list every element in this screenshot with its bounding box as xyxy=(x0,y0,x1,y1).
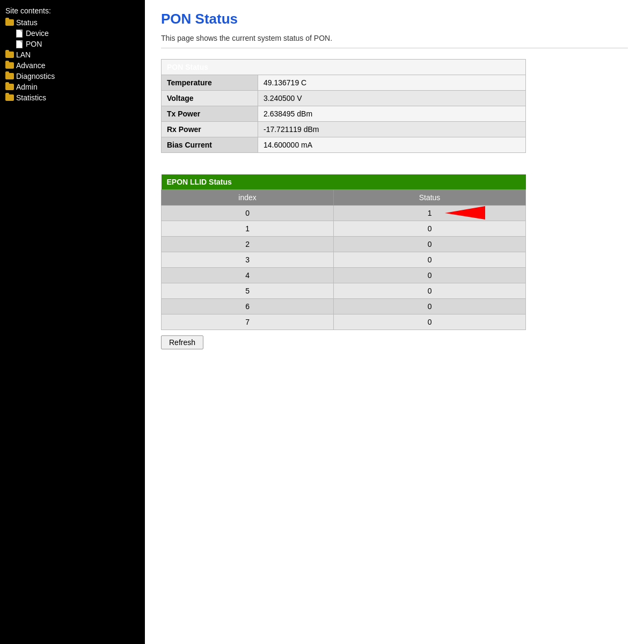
llid-status: 1 xyxy=(334,206,526,221)
epon-llid-header: EPON LLID Status xyxy=(162,174,526,190)
folder-icon xyxy=(5,73,14,79)
page-icon xyxy=(16,40,23,48)
sidebar-title: Site contents: xyxy=(0,4,145,17)
col-status-header: Status xyxy=(334,190,526,206)
row-label: Voltage xyxy=(162,91,258,106)
llid-index: 3 xyxy=(162,252,334,268)
main-content: PON Status This page shows the current s… xyxy=(145,0,644,644)
llid-status: 0 xyxy=(334,252,526,268)
svg-marker-0 xyxy=(445,206,485,219)
pon-status-table: PON Status Temperature49.136719 CVoltage… xyxy=(161,59,526,153)
folder-icon xyxy=(5,94,14,101)
llid-index: 2 xyxy=(162,237,334,252)
row-value: 14.600000 mA xyxy=(258,137,526,153)
page-title: PON Status xyxy=(161,11,628,27)
llid-index: 5 xyxy=(162,283,334,299)
table-row: Voltage3.240500 V xyxy=(162,91,526,106)
sidebar-item-status[interactable]: Status xyxy=(0,17,145,28)
sidebar-item-label: PON xyxy=(26,40,42,48)
sidebar-item-label: Admin xyxy=(16,83,38,91)
row-value: 2.638495 dBm xyxy=(258,106,526,122)
row-value: 49.136719 C xyxy=(258,75,526,91)
llid-status: 0 xyxy=(334,283,526,299)
table-row: Bias Current14.600000 mA xyxy=(162,137,526,153)
llid-status: 0 xyxy=(334,221,526,237)
llid-index: 0 xyxy=(162,206,334,221)
sidebar-item-label: Statistics xyxy=(16,93,46,102)
sidebar-item-label: Device xyxy=(26,29,49,38)
table-row: 60 xyxy=(162,299,526,314)
sidebar-item-label: Advance xyxy=(16,61,45,70)
llid-index: 4 xyxy=(162,268,334,283)
table-row: Rx Power-17.721119 dBm xyxy=(162,122,526,137)
row-value: 3.240500 V xyxy=(258,91,526,106)
sidebar-item-lan[interactable]: LAN xyxy=(0,49,145,60)
llid-index: 6 xyxy=(162,299,334,314)
row-label: Temperature xyxy=(162,75,258,91)
table-row: 40 xyxy=(162,268,526,283)
table-row: 30 xyxy=(162,252,526,268)
pon-status-header: PON Status xyxy=(162,60,526,75)
row-value: -17.721119 dBm xyxy=(258,122,526,137)
col-index-header: index xyxy=(162,190,334,206)
row-label: Bias Current xyxy=(162,137,258,153)
llid-index: 1 xyxy=(162,221,334,237)
llid-index: 7 xyxy=(162,314,334,330)
sidebar-item-label: LAN xyxy=(16,50,31,59)
table-row: 20 xyxy=(162,237,526,252)
epon-llid-section: EPON LLID Status index Status 0110203040… xyxy=(161,174,628,330)
folder-icon xyxy=(5,52,14,58)
red-arrow-annotation xyxy=(437,203,485,222)
table-row: 70 xyxy=(162,314,526,330)
table-row: 50 xyxy=(162,283,526,299)
page-description: This page shows the current system statu… xyxy=(161,34,628,48)
sidebar-item-diagnostics[interactable]: Diagnostics xyxy=(0,71,145,82)
refresh-button[interactable]: Refresh xyxy=(161,335,203,349)
folder-icon xyxy=(5,84,14,90)
sidebar-item-statistics[interactable]: Statistics xyxy=(0,92,145,103)
row-label: Rx Power xyxy=(162,122,258,137)
row-label: Tx Power xyxy=(162,106,258,122)
llid-status: 0 xyxy=(334,268,526,283)
sidebar-item-label: Diagnostics xyxy=(16,72,55,80)
sidebar-item-device[interactable]: Device xyxy=(0,28,145,39)
folder-icon xyxy=(5,62,14,69)
llid-status: 0 xyxy=(334,299,526,314)
table-row: Temperature49.136719 C xyxy=(162,75,526,91)
sidebar-item-label: Status xyxy=(16,18,38,27)
epon-llid-table: EPON LLID Status index Status 0110203040… xyxy=(161,174,526,330)
page-icon xyxy=(16,30,23,38)
llid-status: 0 xyxy=(334,237,526,252)
table-row: 01 xyxy=(162,206,526,221)
sidebar: Site contents: Status Device PON LAN Adv… xyxy=(0,0,145,644)
table-row: Tx Power2.638495 dBm xyxy=(162,106,526,122)
folder-icon xyxy=(5,19,14,26)
table-row: 10 xyxy=(162,221,526,237)
sidebar-item-pon[interactable]: PON xyxy=(0,39,145,49)
sidebar-item-admin[interactable]: Admin xyxy=(0,82,145,92)
sidebar-item-advance[interactable]: Advance xyxy=(0,60,145,71)
llid-status: 0 xyxy=(334,314,526,330)
